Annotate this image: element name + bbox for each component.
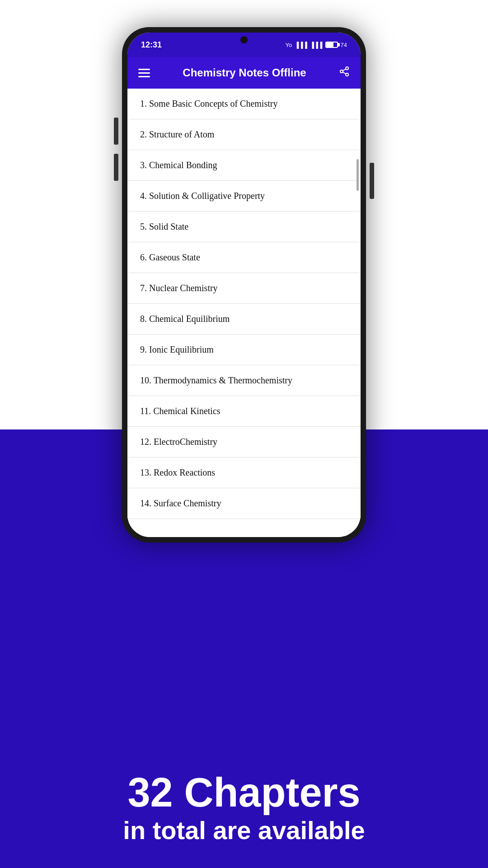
chapter-item-11[interactable]: 11. Chemical Kinetics: [127, 396, 361, 427]
chapter-item-14[interactable]: 14. Surface Chemistry: [127, 488, 361, 519]
camera-notch: [240, 36, 248, 43]
chapter-item-1[interactable]: 1. Some Basic Concepts of Chemistry: [127, 89, 361, 119]
network-icon: Yo: [286, 42, 292, 48]
status-time: 12:31: [141, 40, 162, 50]
volume-down-button: [114, 154, 118, 181]
signal-icon-1: ▐▐▐: [295, 42, 307, 48]
footer-subtitle: in total are available: [0, 815, 488, 845]
power-button: [370, 163, 374, 199]
chapter-item-4[interactable]: 4. Solution & Colligative Property: [127, 181, 361, 212]
chapter-item-2[interactable]: 2. Structure of Atom: [127, 119, 361, 150]
chapter-item-6[interactable]: 6. Gaseous State: [127, 242, 361, 273]
svg-point-2: [346, 73, 348, 76]
chapter-list: 1. Some Basic Concepts of Chemistry2. St…: [127, 89, 361, 537]
chapter-item-13[interactable]: 13. Redox Reactions: [127, 458, 361, 488]
chapter-item-8[interactable]: 8. Chemical Equilibrium: [127, 304, 361, 335]
scrollbar-thumb[interactable]: [357, 159, 359, 191]
chapter-item-3[interactable]: 3. Chemical Bonding: [127, 150, 361, 181]
app-title: Chemistry Notes Offline: [183, 66, 306, 79]
chapter-item-5[interactable]: 5. Solid State: [127, 212, 361, 242]
chapter-count: 32 Chapters: [0, 770, 488, 815]
svg-point-1: [340, 70, 343, 73]
chapter-item-7[interactable]: 7. Nuclear Chemistry: [127, 273, 361, 304]
share-button[interactable]: [339, 66, 350, 80]
footer-section: 32 Chapters in total are available: [0, 770, 488, 845]
chapter-item-10[interactable]: 10. Thermodynamics & Thermochemistry: [127, 365, 361, 396]
svg-line-3: [343, 72, 346, 74]
battery-icon: [325, 42, 338, 48]
phone-frame: 12:31 Yo ▐▐▐ ▐▐▐ 74 Chemis: [122, 27, 366, 542]
app-bar: Chemistry Notes Offline: [127, 57, 361, 89]
share-icon: [339, 66, 350, 77]
menu-button[interactable]: [138, 69, 150, 77]
volume-up-button: [114, 118, 118, 145]
signal-icon-2: ▐▐▐: [310, 42, 323, 48]
svg-line-4: [343, 69, 346, 71]
battery-percent: 74: [341, 42, 347, 48]
battery-fill: [326, 42, 334, 47]
chapter-item-12[interactable]: 12. ElectroChemistry: [127, 427, 361, 458]
chapter-list-container: 1. Some Basic Concepts of Chemistry2. St…: [127, 89, 361, 537]
svg-point-0: [346, 67, 348, 70]
status-icons: Yo ▐▐▐ ▐▐▐ 74: [286, 42, 347, 48]
chapter-item-9[interactable]: 9. Ionic Equilibrium: [127, 335, 361, 365]
